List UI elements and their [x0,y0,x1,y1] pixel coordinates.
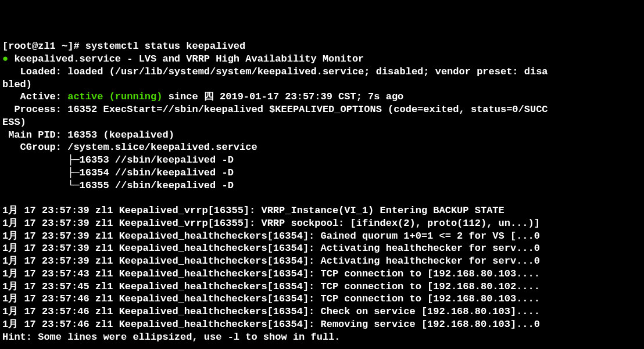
log-line: 1月 17 23:57:45 zl1 Keepalived_healthchec… [2,281,540,292]
active-label: Active: [2,91,67,102]
service-name-line: keepalived.service - LVS and VRRP High A… [8,53,364,64]
loaded-line: Loaded: loaded (/usr/lib/systemd/system/… [2,66,548,90]
terminal-output[interactable]: [root@zl1 ~]# systemctl status keepalive… [2,40,642,343]
process-line: Process: 16352 ExecStart=//sbin/keepaliv… [2,104,548,128]
status-dot-icon: ● [2,53,8,64]
log-line: 1月 17 23:57:43 zl1 Keepalived_healthchec… [2,268,540,279]
log-line: 1月 17 23:57:46 zl1 Keepalived_healthchec… [2,306,540,317]
cgroup-header: CGroup: /system.slice/keepalived.service [2,142,257,153]
log-line: 1月 17 23:57:39 zl1 Keepalived_healthchec… [2,243,540,254]
log-line: 1月 17 23:57:46 zl1 Keepalived_healthchec… [2,319,540,330]
main-pid-line: Main PID: 16353 (keepalived) [2,129,174,141]
log-line: 1月 17 23:57:46 zl1 Keepalived_healthchec… [2,293,540,304]
active-status-value: active (running) [67,91,162,102]
cgroup-child: └─16355 //sbin/keepalived -D [2,180,234,191]
shell-prompt: [root@zl1 ~]# [2,41,85,52]
typed-command: systemctl status keepalived [85,41,245,52]
log-line: 1月 17 23:57:39 zl1 Keepalived_healthchec… [2,256,540,267]
cgroup-child: ├─16353 //sbin/keepalived -D [2,154,234,165]
log-line: 1月 17 23:57:39 zl1 Keepalived_vrrp[16355… [2,205,505,216]
hint-line: Hint: Some lines were ellipsized, use -l… [2,332,341,343]
cgroup-child: ├─16354 //sbin/keepalived -D [2,167,234,178]
log-line: 1月 17 23:57:39 zl1 Keepalived_healthchec… [2,231,540,242]
active-since: since 四 2019-01-17 23:57:39 CST; 7s ago [162,91,403,102]
log-line: 1月 17 23:57:39 zl1 Keepalived_vrrp[16355… [2,218,540,229]
